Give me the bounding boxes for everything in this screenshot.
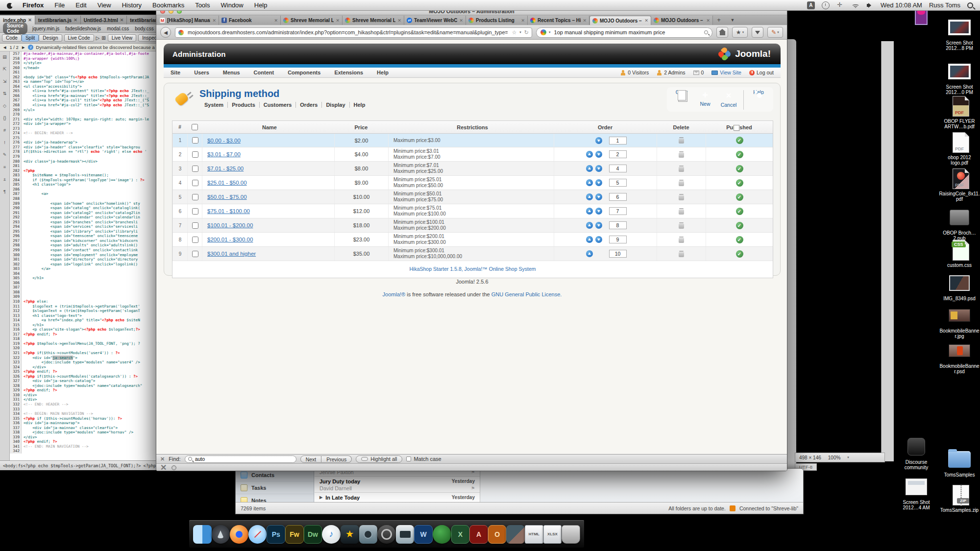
order-input[interactable] <box>609 236 627 243</box>
sidebar-item-tasks[interactable]: Tasks <box>236 481 314 494</box>
home-button[interactable] <box>716 27 728 38</box>
browser-tab[interactable]: MOJO Outdoors – … ✕ <box>651 16 713 25</box>
order-input[interactable] <box>609 179 627 187</box>
desktop-icon-tomssamples-zip[interactable]: PDF TomsSamples.zip <box>939 484 980 513</box>
submenu-help[interactable]: Help <box>350 102 369 108</box>
move-down-icon[interactable] <box>595 137 602 144</box>
header-checkbox[interactable] <box>187 121 202 133</box>
live-view-button[interactable]: Live View <box>108 34 137 42</box>
menu-firefox[interactable]: Firefox <box>17 0 49 11</box>
shipping-name-link[interactable]: $3.01 - $7.00 <box>207 151 241 157</box>
row-checkbox[interactable] <box>192 166 198 172</box>
dock-spotify-icon[interactable] <box>433 525 451 544</box>
tab-close-icon[interactable]: ✕ <box>521 18 525 23</box>
delete-trash-icon[interactable] <box>679 222 684 229</box>
desktop-icon-obop-broch-2-pub[interactable]: PDF OBOP Broch…2.pub <box>939 207 980 241</box>
published-check-icon[interactable]: ✓ <box>736 222 743 229</box>
submenu-display[interactable]: Display <box>322 102 349 108</box>
header-delete[interactable]: Delete <box>657 123 706 131</box>
admins-status[interactable]: 2 Admins <box>657 70 685 75</box>
mail-row[interactable]: ▶ In Late Today Yesterday ⚑ <box>315 494 480 501</box>
row-checkbox[interactable] <box>192 194 198 200</box>
search-engine-caret-icon[interactable]: ▾ <box>549 30 551 34</box>
dock-finder-icon[interactable] <box>193 525 212 544</box>
row-checkbox[interactable] <box>192 237 198 243</box>
joomla-link[interactable]: Joomla!® <box>383 291 406 297</box>
move-down-icon[interactable] <box>595 193 602 200</box>
dock-xlsx-file-icon[interactable]: XLSX <box>543 525 562 544</box>
dock-excel-icon[interactable]: X <box>451 525 470 544</box>
highlighter-button[interactable]: ✎▾ <box>767 27 783 38</box>
save-order-icon[interactable] <box>734 125 739 131</box>
highlight-invalid-code-icon[interactable]: ! <box>4 140 5 145</box>
find-previous-button[interactable]: Previous <box>321 455 352 463</box>
menu-window[interactable]: Window <box>216 0 249 11</box>
dock-word-icon[interactable]: W <box>414 525 433 544</box>
dock-fireworks-icon[interactable]: Fw <box>285 525 304 544</box>
menu-edit[interactable]: Edit <box>70 0 92 11</box>
move-down-icon[interactable] <box>595 208 602 215</box>
move-down-icon[interactable] <box>595 222 602 229</box>
delete-trash-icon[interactable] <box>679 208 684 215</box>
tab-close-icon[interactable]: ✕ <box>212 18 216 23</box>
browser-tab[interactable]: Products Listing ✕ <box>466 16 528 25</box>
delete-trash-icon[interactable] <box>679 151 684 158</box>
dock-photoshop-icon[interactable]: Ps <box>267 525 285 544</box>
file-tab-untitled-3-html[interactable]: Untitled-3.html✕ <box>81 16 127 24</box>
visitors-status[interactable]: 0 Visitors <box>620 70 649 75</box>
move-down-icon[interactable] <box>595 179 602 186</box>
design-view-button[interactable]: Design <box>39 34 62 42</box>
header-order[interactable]: Order <box>554 123 657 131</box>
order-input[interactable] <box>609 165 627 172</box>
published-check-icon[interactable]: ✓ <box>736 236 743 243</box>
spotlight-icon[interactable] <box>967 2 973 8</box>
shipping-name-link[interactable]: $75.01 - $100.00 <box>207 208 250 214</box>
related-file-jquery-min-js[interactable]: jquery.min.js <box>32 26 59 31</box>
search-input[interactable] <box>553 29 702 36</box>
inspect-button[interactable]: Inspec <box>138 34 156 42</box>
dock-photo-booth-icon[interactable] <box>359 525 378 544</box>
dock-html-file-icon[interactable]: HTML <box>525 525 543 544</box>
menu-view[interactable]: View <box>92 0 117 11</box>
menu-bookmarks[interactable]: Bookmarks <box>147 0 190 11</box>
tag-selector-bar[interactable]: <body:fs<?php echo $tmpTools->getParam(J… <box>0 460 156 470</box>
new-tab-button[interactable]: + <box>713 16 725 25</box>
source-code-pill[interactable]: Source Code <box>3 23 27 34</box>
url-input[interactable] <box>187 29 509 36</box>
row-checkbox[interactable] <box>192 180 198 186</box>
tab-close-icon[interactable]: ✕ <box>336 18 340 23</box>
move-down-icon[interactable] <box>595 151 602 158</box>
shipping-name-link[interactable]: $100.01 - $200.00 <box>207 222 253 228</box>
delete-trash-icon[interactable] <box>679 180 684 186</box>
admin-menu-help[interactable]: Help <box>370 68 395 78</box>
dock-itunes-icon[interactable]: ♪ <box>322 525 341 544</box>
browser-tab[interactable]: f Facebook ✕ <box>219 16 281 25</box>
dock-outlook-icon[interactable]: O <box>488 525 507 544</box>
url-dropdown-icon[interactable]: ▾ <box>519 30 521 34</box>
select-parent-tag-icon[interactable]: ◇ <box>3 103 6 108</box>
related-pager-prev-icon[interactable]: ◄ <box>2 45 7 50</box>
move-up-icon[interactable] <box>586 208 593 215</box>
related-pager-next-icon[interactable]: ► <box>21 45 25 50</box>
order-input[interactable] <box>609 150 627 158</box>
published-check-icon[interactable]: ✓ <box>736 250 743 258</box>
dock-preview-icon[interactable] <box>506 525 525 544</box>
dock-imovie-icon[interactable]: ★ <box>341 525 359 544</box>
hikashop-footer-link[interactable]: HikaShop Starter 1.5.8, Joomla!™ Online … <box>172 266 773 272</box>
time-machine-icon[interactable] <box>822 1 830 9</box>
menu-history[interactable]: History <box>117 0 147 11</box>
gpl-link[interactable]: GNU General Public License. <box>491 291 562 297</box>
admin-menu-extensions[interactable]: Extensions <box>327 68 370 78</box>
dock-activity-monitor-icon[interactable] <box>396 525 415 544</box>
desktop-icon-bookmobilebanner-jpg[interactable]: PDF BookmobileBanner.jpg <box>939 305 980 339</box>
url-bar[interactable]: ☆ ▾ ↻ <box>175 27 532 38</box>
published-check-icon[interactable]: ✓ <box>736 137 743 144</box>
submenu-orders[interactable]: Orders <box>296 102 322 108</box>
google-search-icon[interactable] <box>540 29 546 35</box>
browser-tab[interactable]: Recent Topics – Hi… ✕ <box>528 16 589 25</box>
desktop-icon-discourse-community[interactable]: PDF Discourse community <box>896 436 937 470</box>
menu-file[interactable]: File <box>49 0 70 11</box>
move-up-icon[interactable] <box>586 179 593 186</box>
submenu-customers[interactable]: Customers <box>260 102 296 108</box>
search-bar[interactable]: ▾ <box>536 27 712 38</box>
